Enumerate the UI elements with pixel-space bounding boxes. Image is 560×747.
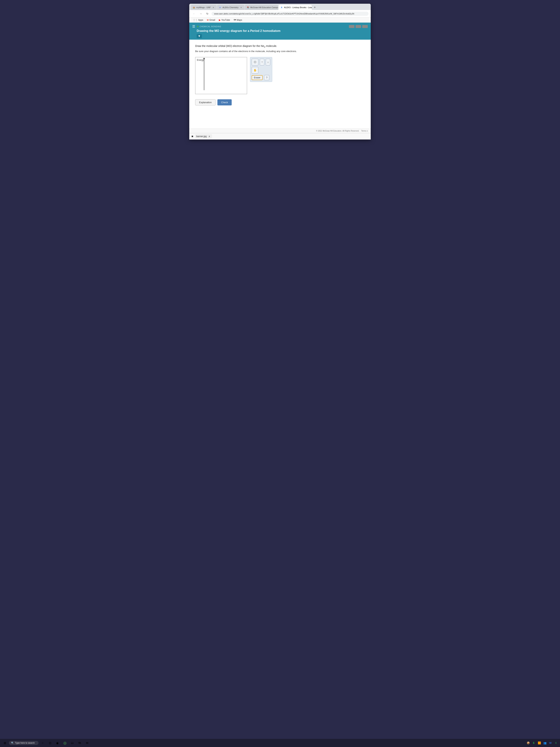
toolbar-area: ☐ ↑ ↓ ✋ Era [250,57,272,82]
footer-copyright: © 2021 McGraw-Hill Education. All Rights… [316,130,359,132]
store-icon: 🛍 [78,741,81,745]
chevron-down-icon: ▼ [198,34,201,38]
bookmark-gmail-label: Gmail [209,19,215,21]
dollar-icon[interactable]: $ [531,740,536,746]
tab-aleks-learn[interactable]: A ALEKS - Lindsay Brooks - Learn ✕ [278,5,312,10]
page-content: ☰ CHEMICAL BONDING Drawing the MO energy… [189,23,371,133]
tab-label-mcgraw: McGraw-Hill Education Campus [250,6,278,8]
toolbar-row-hand: ✋ [252,67,271,74]
orbital-box-icon: ☐ [254,60,256,63]
help-button[interactable]: ? [264,75,269,80]
tab-mywings[interactable]: 🏫 myWings - UNF ✕ [191,5,217,10]
apps-icon: ⋮⋮ [193,19,197,21]
topic-dot [197,26,198,27]
taskbar-chrome-btn[interactable]: ◎ [61,740,68,746]
tab-icon-mcgraw: 📚 [247,6,249,9]
tab-label-aleks-learn: ALEKS - Lindsay Brooks - Learn [284,6,312,8]
new-tab-button[interactable]: + [312,5,317,10]
taskbar-store-btn[interactable]: 🛍 [76,740,83,746]
bookmark-apps[interactable]: ⋮⋮ Apps [191,18,205,22]
note-text: Be sure your diagram contains all of the… [195,50,365,53]
progress-bar-1 [349,25,354,28]
desktop-icon: ⊡ [49,741,51,745]
menu-icon[interactable]: ☰ [192,24,195,28]
office-icon[interactable]: 🟧 [537,740,542,746]
search-placeholder: Type here to search [15,742,35,744]
forward-button[interactable]: → [198,11,203,16]
progress-bar-3 [362,25,368,28]
energy-label: Energy [197,59,204,61]
bottom-buttons: Explanation Check [195,99,365,105]
tab-aleks-chem[interactable]: ⚗️ ALEKs Chemistry ✕ [217,5,244,10]
cortana-icon: ◉ [56,741,59,745]
energy-arrow [204,59,204,90]
download-item[interactable]: banner.jpg ∧ [195,134,212,138]
tab-close-aleks-chem[interactable]: ✕ [240,6,243,9]
bookmark-maps[interactable]: 🗺 Maps [232,18,243,22]
taskbar-desktop-btn[interactable]: ⊡ [47,740,53,746]
bookmark-youtube-label: YouTube [221,19,230,21]
url-bar[interactable]: www-awn.aleks.com/alekscgi/x/lsl.exe/1o_… [212,12,369,16]
mail-icon: ✉ [86,741,88,745]
energy-diagram[interactable]: Energy [195,57,247,94]
help-icon: ? [266,76,267,79]
tab-mcgraw[interactable]: 📚 McGraw-Hill Education Campus ✕ [245,5,278,10]
orbital-box-tool[interactable]: ☐ [252,59,258,66]
bookmark-maps-label: Maps [237,19,242,21]
excel-icon[interactable]: X [553,740,559,746]
problem-area: Draw the molecular orbital (MO) electron… [189,40,371,129]
back-button[interactable]: ← [191,11,197,16]
hand-icon: ✋ [254,69,257,72]
taskbar-cortana-btn[interactable]: ◉ [54,740,61,746]
eraser-button[interactable]: Eraser [252,75,263,80]
aleks-footer: © 2021 McGraw-Hill Education. All Rights… [189,129,371,133]
aleks-header-top: ☰ CHEMICAL BONDING [192,24,368,28]
arrow-up-tool[interactable]: ↑ [260,59,264,66]
refresh-button[interactable]: ↻ [205,11,210,16]
teams-icon[interactable]: 👥 [542,740,548,746]
tab-icon-mywings: 🏫 [193,6,195,9]
address-bar: ← → ↻ www-awn.aleks.com/alekscgi/x/lsl.e… [189,10,371,18]
topic-text: CHEMICAL BONDING [199,26,221,28]
download-bullet: ■ [191,135,193,138]
hand-tool[interactable]: ✋ [252,67,258,74]
arrow-down-icon: ↓ [267,60,269,64]
aleks-chevron-btn[interactable]: ▼ [197,34,202,38]
tab-icon-aleks-learn: A [281,6,283,9]
chrome-icon: ◎ [63,741,66,745]
bookmark-apps-label: Apps [198,19,203,21]
word-icon[interactable]: W [548,740,553,746]
download-chevron-icon[interactable]: ∧ [208,135,211,138]
download-bar: ■ banner.jpg ∧ [189,133,371,139]
check-button[interactable]: Check [217,99,232,105]
start-button[interactable]: ⊞ [1,740,8,746]
bookmark-youtube[interactable]: ▶ YouTube [217,18,232,22]
bookmark-gmail[interactable]: M Gmail [205,18,217,22]
explanation-button[interactable]: Explanation [195,99,216,105]
progress-bar-2 [355,25,361,28]
taskbar-view-btn[interactable]: ○ [39,740,46,746]
topic-label: CHEMICAL BONDING [197,26,221,28]
arrow-down-tool[interactable]: ↓ [266,59,270,66]
taskbar-right: 📦 $ 🟧 👥 W X [526,740,559,746]
tab-label-mywings: myWings - UNF [196,6,211,8]
dropbox-icon[interactable]: 📦 [526,740,531,746]
search-icon: 🔍 [11,742,14,744]
tab-close-mywings[interactable]: ✕ [212,6,215,9]
start-icon: ⊞ [4,741,6,745]
tab-label-aleks-chem: ALEKs Chemistry [222,6,239,8]
taskbar-mail-btn[interactable]: ✉ [84,740,90,746]
view-icon: ○ [42,741,44,745]
taskbar-explorer-btn[interactable]: 🗂 [69,740,76,746]
youtube-icon: ▶ [219,19,220,21]
footer-terms: Terms o [361,130,368,132]
taskbar-search[interactable]: 🔍 Type here to search [9,741,38,745]
aleks-title: Drawing the MO energy diagram for a Peri… [197,29,368,33]
gmail-icon: M [207,19,209,21]
problem-text-main: Draw the molecular orbital (MO) electron… [195,45,264,47]
download-filename: banner.jpg [196,135,207,138]
aleks-header: ☰ CHEMICAL BONDING Drawing the MO energy… [189,23,371,40]
eraser-row: Eraser ? [252,75,271,80]
toolbar-row-top: ☐ ↑ ↓ [252,59,271,66]
bookmarks-bar: ⋮⋮ Apps M Gmail ▶ YouTube 🗺 Maps [189,18,371,23]
